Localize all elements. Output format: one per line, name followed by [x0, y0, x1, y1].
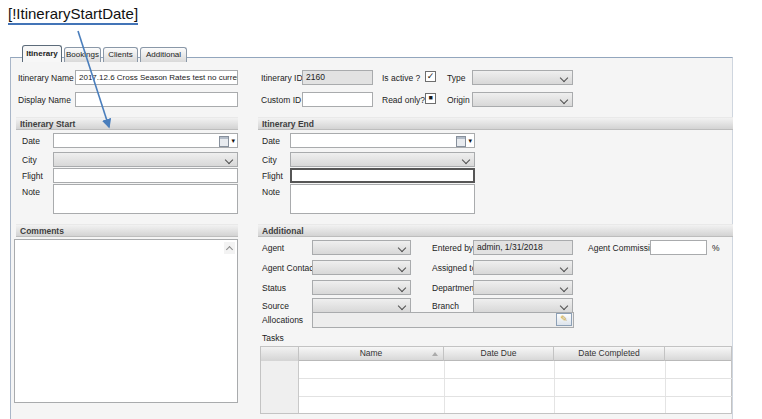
chevron-down-icon	[560, 284, 568, 292]
department-dropdown[interactable]	[473, 280, 573, 295]
tab-additional[interactable]: Additional	[140, 47, 187, 62]
end-date-input[interactable]: ▾	[290, 133, 475, 148]
source-dropdown[interactable]	[312, 298, 411, 313]
end-city-label: City	[262, 155, 277, 165]
additional-header: Additional	[258, 224, 733, 237]
source-label: Source	[262, 301, 289, 311]
chevron-down-icon	[560, 264, 568, 272]
origin-label: Origin	[447, 95, 470, 105]
display-name-label: Display Name	[18, 95, 71, 105]
agent-contact-label: Agent Contact	[262, 263, 316, 273]
entered-by-label: Entered by	[432, 243, 473, 253]
end-note-textarea[interactable]	[290, 184, 475, 214]
itinerary-id-label: Itinerary ID	[261, 73, 303, 83]
start-flight-label: Flight	[22, 171, 43, 181]
chevron-down-icon	[398, 264, 406, 272]
calendar-icon	[219, 136, 229, 147]
table-row[interactable]	[299, 361, 732, 379]
tasks-col-name[interactable]: Name	[299, 347, 444, 361]
chevron-down-icon	[398, 284, 406, 292]
status-label: Status	[262, 283, 286, 293]
sort-ascending-icon	[432, 352, 438, 356]
tab-clients[interactable]: Clients	[103, 47, 138, 62]
start-city-label: City	[22, 155, 37, 165]
read-only-label: Read only?	[382, 95, 425, 105]
custom-id-input[interactable]	[302, 92, 373, 107]
itinerary-id-field: 2160	[302, 70, 373, 85]
is-active-label: Is active ?	[382, 73, 420, 83]
start-city-dropdown[interactable]	[53, 152, 238, 167]
table-row[interactable]	[299, 397, 732, 415]
chevron-down-icon	[560, 74, 568, 82]
itinerary-name-input[interactable]: 2017.12.6 Cross Season Rates test no cur…	[75, 70, 238, 85]
tasks-rowheader-column	[261, 361, 299, 413]
scroll-up-icon	[226, 246, 233, 253]
tab-bookings[interactable]: Bookings	[64, 47, 101, 62]
calendar-icon	[456, 136, 466, 147]
chevron-down-icon	[462, 156, 470, 164]
check-icon: ✓	[427, 71, 435, 81]
percent-sign: %	[712, 243, 720, 253]
table-row[interactable]	[299, 379, 732, 397]
annotation-label: [!ItineraryStartDate]	[8, 5, 138, 25]
is-active-checkbox[interactable]: ✓	[425, 71, 436, 82]
chevron-down-icon	[398, 244, 406, 252]
agent-commission-label: Agent Commission	[588, 243, 659, 253]
tasks-table: Name Date Due Date Completed	[260, 346, 732, 414]
agent-contact-dropdown[interactable]	[312, 260, 411, 275]
start-flight-input[interactable]	[53, 168, 238, 183]
tasks-label: Tasks	[262, 333, 284, 343]
dropdown-arrow-icon: ▾	[468, 137, 472, 146]
date-picker-button[interactable]: ▾	[452, 136, 472, 147]
tab-itinerary[interactable]: Itinerary	[22, 45, 62, 62]
chevron-down-icon	[398, 302, 406, 310]
allocations-field[interactable]: 0	[312, 312, 574, 328]
tasks-table-header: Name Date Due Date Completed	[261, 347, 731, 361]
type-dropdown[interactable]	[472, 70, 573, 85]
end-city-dropdown[interactable]	[290, 152, 475, 167]
start-note-label: Note	[22, 187, 40, 197]
itinerary-end-header: Itinerary End	[258, 117, 733, 130]
screenshot-root: [!ItineraryStartDate] Itinerary Bookings…	[0, 0, 762, 419]
status-dropdown[interactable]	[312, 280, 411, 295]
branch-label: Branch	[432, 301, 459, 311]
assigned-to-dropdown[interactable]: admin	[473, 260, 573, 275]
end-flight-label: Flight	[262, 171, 283, 181]
tasks-col-extra[interactable]	[665, 347, 732, 361]
dropdown-arrow-icon: ▾	[231, 137, 235, 146]
agent-dropdown[interactable]: Direct Customer	[312, 240, 411, 255]
end-date-label: Date	[262, 136, 280, 146]
date-picker-button[interactable]: ▾	[215, 136, 235, 147]
end-flight-input[interactable]	[290, 168, 475, 183]
read-only-checkbox[interactable]: ■	[425, 93, 436, 104]
allocations-edit-button[interactable]: ✎	[556, 313, 572, 326]
tasks-col-date-completed[interactable]: Date Completed	[554, 347, 665, 361]
itinerary-name-label: Itinerary Name	[18, 73, 74, 83]
chevron-down-icon	[560, 96, 568, 104]
branch-dropdown[interactable]	[473, 298, 573, 313]
allocations-label: Allocations	[262, 315, 303, 325]
indeterminate-icon: ■	[428, 94, 432, 101]
assigned-to-label: Assigned to	[432, 263, 476, 273]
agent-label: Agent	[262, 243, 284, 253]
comments-header: Comments	[16, 224, 238, 237]
start-note-textarea[interactable]	[53, 184, 238, 214]
tasks-col-rowheader[interactable]	[261, 347, 299, 361]
type-label: Type	[447, 73, 465, 83]
chevron-down-icon	[225, 156, 233, 164]
tasks-col-date-due[interactable]: Date Due	[444, 347, 554, 361]
entered-by-field: admin, 1/31/2018	[473, 240, 573, 255]
chevron-down-icon	[560, 302, 568, 310]
origin-dropdown[interactable]	[472, 92, 573, 107]
pencil-icon: ✎	[560, 314, 568, 324]
comments-textarea[interactable]	[14, 239, 238, 403]
end-note-label: Note	[262, 187, 280, 197]
start-date-input[interactable]: 15 Mar 2018, 00:00 - Thursday ▾	[53, 133, 238, 148]
scroll-up-button[interactable]	[224, 242, 235, 254]
start-date-label: Date	[22, 136, 40, 146]
agent-commission-input[interactable]	[650, 240, 707, 255]
itinerary-start-header: Itinerary Start	[16, 117, 238, 130]
display-name-input[interactable]	[75, 92, 238, 107]
custom-id-label: Custom ID	[261, 95, 301, 105]
department-label: Department	[432, 283, 476, 293]
